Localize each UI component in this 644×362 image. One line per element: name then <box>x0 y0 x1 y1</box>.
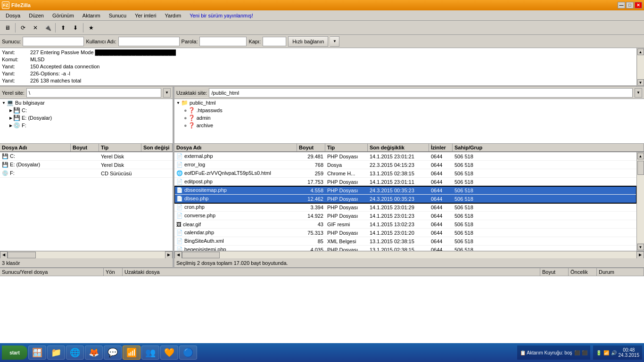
remote-h-scrollbar[interactable]: ◀ ▶ <box>174 251 644 258</box>
remote-row-bingsiteauth[interactable]: 📄 BingSiteAuth.xml 85 XML Belgesi 13.1.2… <box>174 237 636 246</box>
kullanici-input[interactable] <box>118 37 180 46</box>
queue-col-status[interactable]: Durum <box>597 268 644 276</box>
remote-scroll-right[interactable]: ▶ <box>636 251 644 259</box>
menu-dosya[interactable]: Dosya <box>2 12 24 19</box>
local-col-type[interactable]: Tip <box>99 144 141 151</box>
tree-item-htpasswds[interactable]: ● ❓ .htpasswds <box>174 107 644 114</box>
remote-row-converse[interactable]: 📄 converse.php 14.922 PHP Dosyası 14.1.2… <box>174 212 636 220</box>
taskbar-app-skype[interactable]: 💬 <box>104 346 122 360</box>
queue-col-size[interactable]: Boyut <box>540 268 569 276</box>
menu-bar: Dosya Düzen Görünüm Aktarım Sunucu Yer i… <box>0 10 644 21</box>
taskbar-app-windows[interactable]: 🪟 <box>28 346 46 360</box>
remote-row-cleargif[interactable]: 🖼 clear.gif 43 GIF resmi 14.1.2015 13:02… <box>174 220 636 229</box>
local-col-size[interactable]: Boyut <box>71 144 99 151</box>
maximize-button[interactable]: □ <box>626 2 634 8</box>
sunucu-input[interactable] <box>23 37 84 46</box>
parola-input[interactable] <box>199 37 247 46</box>
local-file-row-c[interactable]: 💾 C: Yerel Disk <box>0 152 173 161</box>
minimize-button[interactable]: — <box>618 2 625 8</box>
tree-item-c[interactable]: ▶ 💾 C: <box>0 107 173 114</box>
toolbar-download[interactable]: ⬇ <box>70 22 81 33</box>
start-button[interactable]: start <box>2 346 27 360</box>
remote-row-dbseo[interactable]: 📄 dbseo.php 12.462 PHP Dosyası 24.3.2015… <box>174 195 636 203</box>
queue-col-dir[interactable]: Yön <box>104 268 123 276</box>
local-file-row-f[interactable]: 💿 F: CD Sürücüsü <box>0 169 173 178</box>
tree-item-f[interactable]: ▶ 💿 F: <box>0 122 173 129</box>
remote-col-size[interactable]: Boyut <box>297 144 325 151</box>
taskbar-app-ie[interactable]: 🌐 <box>66 346 84 360</box>
remote-col-perms[interactable]: İzinler <box>429 144 453 151</box>
remote-col-modified[interactable]: Son değişiklik <box>368 144 429 151</box>
toolbar-open-site-manager[interactable]: 🖥 <box>2 22 13 33</box>
local-path-dropdown[interactable]: ▼ <box>163 88 171 98</box>
remote-row-editpost[interactable]: 📄 editpost.php 17.753 PHP Dosyası 14.1.2… <box>174 178 636 186</box>
tray-icon-2: 📶 <box>603 350 609 355</box>
remote-v-scrollbar[interactable]: ▲ ▼ <box>636 152 644 251</box>
remote-scroll-up[interactable]: ▲ <box>637 153 644 159</box>
taskbar-app-misc[interactable]: 🔵 <box>179 346 197 360</box>
taskbar-app-teamviewer[interactable]: 👥 <box>141 346 159 360</box>
menu-duzen[interactable]: Düzen <box>25 12 48 19</box>
log-scroll-up[interactable]: ▲ <box>637 49 644 55</box>
tray-icon-3: 🔊 <box>611 350 617 355</box>
local-scroll-right[interactable]: ▶ <box>165 251 173 259</box>
taskbar: start 🪟 📁 🌐 🦊 💬 📶 👥 🧡 🔵 📋 Aktarım Kuyruğ… <box>0 343 644 362</box>
close-button[interactable]: ✕ <box>635 2 642 8</box>
queue-col-priority[interactable]: Öncelik <box>569 268 597 276</box>
remote-row-errorlog[interactable]: 📄 error_log 768 Dosya 22.3.2015 04:15:23… <box>174 161 636 169</box>
parola-label: Parola: <box>182 39 198 44</box>
queue-col-local[interactable]: Sunucu/Yerel dosya <box>0 268 104 276</box>
remote-path-input[interactable] <box>209 88 633 98</box>
remote-row-begenisistemi[interactable]: 📄 begenisistemi.php 4.035 PHP Dosyası 13… <box>174 246 636 251</box>
kapi-input[interactable] <box>263 37 286 46</box>
menu-gorunum[interactable]: Görünüm <box>49 12 78 19</box>
remote-path-dropdown[interactable]: ▼ <box>635 88 642 98</box>
tree-item-public-html[interactable]: ▼ 📁 public_html <box>174 99 644 107</box>
queue-col-remote[interactable]: Uzaktaki dosya <box>123 268 540 276</box>
tree-item-archive[interactable]: ● ❓ archive <box>174 122 644 129</box>
menu-sunucu[interactable]: Sunucu <box>105 12 130 19</box>
queue-content <box>0 276 644 351</box>
local-file-row-e[interactable]: 💾 E: (Dosyalar) Yerel Disk <box>0 161 173 169</box>
toolbar-refresh[interactable]: ⟳ <box>17 22 29 33</box>
local-col-header: Dosya Adı Boyut Tip Son değişi <box>0 144 173 152</box>
remote-row-eofdfu[interactable]: 🌐 eofDFuE-zrVVQnlvpaLT59p5Ls0.html 259 C… <box>174 169 636 178</box>
remote-row-external[interactable]: 📄 external.php 29.481 PHP Dosyası 14.1.2… <box>174 152 636 161</box>
remote-col-type[interactable]: Tip <box>325 144 368 151</box>
remote-col-owner[interactable]: Sahip/Grup <box>453 144 644 151</box>
taskbar-app-utorrent[interactable]: 🧡 <box>160 346 178 360</box>
connect-button[interactable]: Hızlı bağlanın <box>288 36 328 47</box>
tree-item-mycomputer[interactable]: ▼ 💻 Bu bilgisayar <box>0 99 173 107</box>
log-label-2: Yanıt: <box>2 63 30 70</box>
toolbar-reconnect[interactable]: 🔌 <box>42 22 53 33</box>
menu-yerimleri[interactable]: Yer imleri <box>131 12 160 19</box>
clock[interactable]: 00:48 24.3.2015 <box>619 347 640 358</box>
tree-item-e[interactable]: ▶ 💾 E: (Dosyalar) <box>0 114 173 122</box>
menu-yardim[interactable]: Yardım <box>161 12 185 19</box>
taskbar-app-filezilla[interactable]: 📶 <box>123 346 140 360</box>
remote-row-calendar[interactable]: 📄 calendar.php 75.313 PHP Dosyası 14.1.2… <box>174 229 636 237</box>
log-text-4: 226 138 matches total <box>30 78 81 83</box>
local-h-scrollbar[interactable]: ◀ ▶ <box>0 251 173 258</box>
new-version-notice[interactable]: Yeni bir sürüm yayınlanmış! <box>190 13 253 18</box>
remote-col-filename[interactable]: Dosya Adı <box>174 144 297 151</box>
taskbar-app-firefox[interactable]: 🦊 <box>85 346 103 360</box>
local-col-modified[interactable]: Son değişi <box>141 144 173 151</box>
local-scroll-left[interactable]: ◀ <box>0 251 8 259</box>
toolbar-bookmark[interactable]: ★ <box>85 22 97 33</box>
tree-item-admin[interactable]: ● ❓ admin <box>174 114 644 122</box>
transfer-queue-indicator: 📋 Aktarım Kuyruğu: boş ⬛ ⬛ <box>517 346 590 360</box>
remote-scroll-left[interactable]: ◀ <box>174 251 182 259</box>
toolbar-cancel[interactable]: ✕ <box>30 22 41 33</box>
remote-row-cron[interactable]: 📄 cron.php 3.394 PHP Dosyası 14.1.2015 2… <box>174 203 636 212</box>
taskbar-app-explorer[interactable]: 📁 <box>47 346 65 360</box>
remote-row-dbseositemap[interactable]: 📄 dbseositemap.php 4.558 PHP Dosyası 24.… <box>174 186 636 195</box>
remote-site-label: Uzaktaki site: <box>176 90 207 96</box>
log-scroll-down[interactable]: ▼ <box>637 79 644 86</box>
remote-scroll-down[interactable]: ▼ <box>637 244 644 250</box>
local-path-input[interactable] <box>26 88 161 98</box>
local-col-filename[interactable]: Dosya Adı <box>0 144 71 151</box>
connect-dropdown[interactable]: ▼ <box>330 36 339 47</box>
menu-aktarim[interactable]: Aktarım <box>79 12 104 19</box>
toolbar-upload[interactable]: ⬆ <box>58 22 69 33</box>
